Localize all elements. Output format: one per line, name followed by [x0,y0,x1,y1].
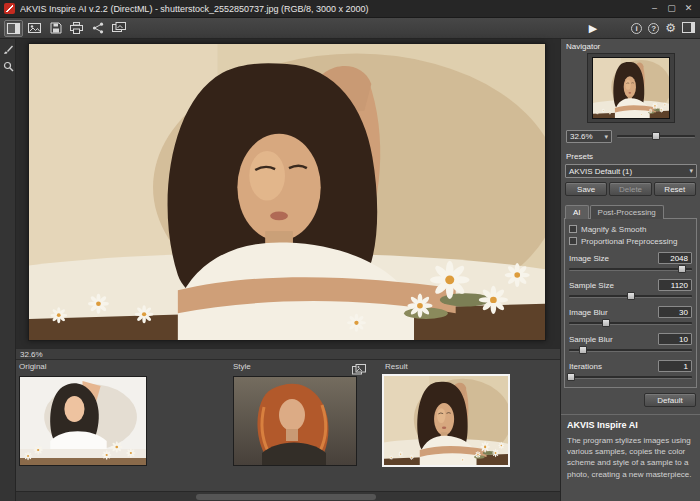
magnify-smooth-checkbox[interactable]: Magnify & Smooth [569,223,692,235]
scrollbar-thumb[interactable] [196,494,376,500]
settings-panel: Navigator 32.6% ▾ Presets AKVIS Default … [560,39,700,501]
navigator-preview[interactable] [587,53,675,123]
tab-ai[interactable]: AI [565,205,589,219]
close-button[interactable]: ✕ [681,2,696,15]
slider-track[interactable] [569,349,692,352]
toolbar: ▶ i ? ⚙ [0,18,700,39]
chevron-down-icon: ▾ [689,167,693,175]
slider-handle[interactable] [579,346,587,354]
param-value-box[interactable]: 30 [658,306,692,318]
about-description: The program stylizes images using variou… [567,435,694,480]
param-image-blur: Image Blur 30 [569,306,692,328]
reset-preset-button[interactable]: Reset [654,182,696,196]
original-thumbnail[interactable] [19,376,147,466]
param-sample-blur: Sample Blur 10 [569,333,692,355]
slider-handle[interactable] [627,292,635,300]
zoom-select[interactable]: 32.6% ▾ [566,130,612,143]
checkbox-box[interactable] [569,225,577,233]
param-label: Sample Blur [569,335,613,344]
about-section: AKVIS Inspire AI The program stylizes im… [561,414,700,485]
preset-buttons: Save Delete Reset [565,182,696,196]
default-row: Default [565,393,696,407]
param-label: Image Blur [569,308,608,317]
settings-tabs: AI Post-Processing [564,205,697,219]
info-icon[interactable]: i [631,23,642,34]
left-tool-strip [0,39,16,501]
param-slider[interactable] [569,265,692,274]
zoom-select-value: 32.6% [570,132,593,141]
minimize-button[interactable]: – [647,2,662,15]
zoom-tool-icon[interactable] [1,59,15,73]
window-title: AKVIS Inspire AI v.2.2 (DirectML) - shut… [20,4,369,14]
workspace-toggle-icon[interactable] [4,20,23,37]
canvas-area[interactable] [16,39,560,348]
delete-preset-button[interactable]: Delete [609,182,651,196]
status-bar: 32.6% [16,348,560,360]
style-label: Style [233,362,251,371]
zoom-level-text: 32.6% [20,350,43,359]
print-icon[interactable] [67,20,86,37]
param-value-box[interactable]: 1 [658,360,692,372]
save-preset-button[interactable]: Save [565,182,607,196]
result-thumbnail[interactable] [382,374,510,467]
param-value-box[interactable]: 1120 [658,279,692,291]
param-image-size: Image Size 2048 [569,252,692,274]
param-label: Image Size [569,254,609,263]
slider-track[interactable] [569,376,692,379]
result-label: Result [385,362,408,371]
save-image-icon[interactable] [46,20,65,37]
param-iterations: Iterations 1 [569,360,692,382]
param-slider[interactable] [569,346,692,355]
settings-gear-icon[interactable]: ⚙ [665,21,676,35]
maximize-button[interactable]: ▢ [664,2,679,15]
slider-handle[interactable] [567,373,575,381]
slider-track[interactable] [569,268,692,271]
zoom-controls: 32.6% ▾ [566,130,695,143]
brush-tool-icon[interactable] [1,42,15,56]
app-window: AKVIS Inspire AI v.2.2 (DirectML) - shut… [0,0,700,501]
zoom-slider[interactable] [617,132,695,141]
style-thumbnail[interactable] [233,376,357,466]
original-label: Original [19,362,47,371]
slider-handle[interactable] [602,319,610,327]
navigator-title: Navigator [566,42,695,51]
preset-select-value: AKVIS Default (1) [569,167,632,176]
app-logo-icon [4,3,15,14]
param-slider[interactable] [569,373,692,382]
chevron-down-icon: ▾ [604,133,608,141]
thumbnail-panel: Original Style Result [16,360,560,491]
slider-track[interactable] [569,322,692,325]
proportional-preprocessing-checkbox[interactable]: Proportional Preprocessing [569,235,692,247]
slider-handle[interactable] [678,265,686,273]
horizontal-scrollbar[interactable] [16,491,560,501]
titlebar: AKVIS Inspire AI v.2.2 (DirectML) - shut… [0,0,700,18]
param-label: Sample Size [569,281,614,290]
share-icon[interactable] [88,20,107,37]
param-value-box[interactable]: 2048 [658,252,692,264]
batch-processing-icon[interactable] [109,20,128,37]
window-controls: – ▢ ✕ [647,2,696,15]
param-label: Iterations [569,362,602,371]
checkbox-box[interactable] [569,237,577,245]
default-button[interactable]: Default [644,393,696,407]
tab-post-processing[interactable]: Post-Processing [590,205,664,219]
zoom-slider-handle[interactable] [652,132,660,140]
presets-label: Presets [566,152,695,161]
about-title: AKVIS Inspire AI [567,420,694,430]
checkbox-label: Proportional Preprocessing [581,237,678,246]
param-sample-size: Sample Size 1120 [569,279,692,301]
param-value-box[interactable]: 10 [658,333,692,345]
ai-parameters-group: Magnify & Smooth Proportional Preprocess… [564,218,697,388]
param-slider[interactable] [569,319,692,328]
panel-toggle-icon[interactable] [682,19,695,37]
run-button[interactable]: ▶ [584,20,602,36]
checkbox-label: Magnify & Smooth [581,225,646,234]
open-image-icon[interactable] [25,20,44,37]
param-slider[interactable] [569,292,692,301]
help-icon[interactable]: ? [648,23,659,34]
preset-select[interactable]: AKVIS Default (1) ▾ [565,164,697,178]
toolbar-right-icons: i ? ⚙ [631,20,695,36]
result-preview-image[interactable] [28,43,546,341]
